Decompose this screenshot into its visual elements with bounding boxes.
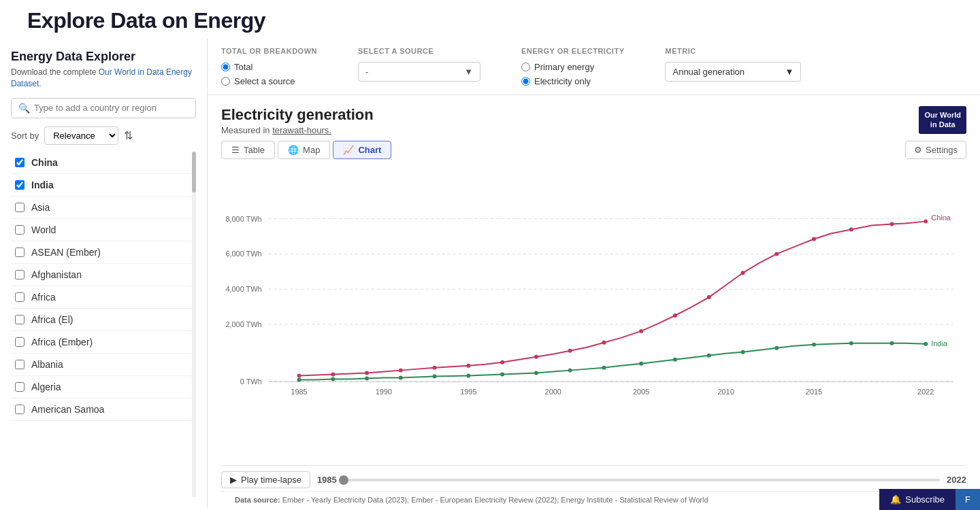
country-checkbox[interactable] xyxy=(15,292,24,302)
globe-icon: 🌐 xyxy=(288,145,299,155)
svg-point-49 xyxy=(639,362,643,366)
tab-table[interactable]: ☰ Table xyxy=(221,141,275,159)
metric-value: Annual generation xyxy=(672,67,745,77)
svg-point-48 xyxy=(602,366,606,370)
svg-text:4,000 TWh: 4,000 TWh xyxy=(225,285,261,293)
country-name: Asia xyxy=(31,202,50,213)
subscribe-button[interactable]: 🔔 Subscribe xyxy=(879,489,956,508)
svg-text:2000: 2000 xyxy=(545,388,561,396)
svg-point-23 xyxy=(433,366,437,370)
sort-select[interactable]: Relevance Alphabetical xyxy=(44,126,118,145)
search-input[interactable] xyxy=(34,103,189,113)
country-name: Afghanistan xyxy=(31,269,82,280)
country-item[interactable]: Africa xyxy=(11,286,196,309)
radio-total-input[interactable] xyxy=(221,63,230,71)
svg-point-41 xyxy=(365,377,369,381)
country-item[interactable]: China xyxy=(11,152,196,174)
metric-label: METRIC xyxy=(665,47,801,55)
svg-point-21 xyxy=(365,371,369,375)
play-button[interactable]: ▶ Play time-lapse xyxy=(221,471,310,488)
country-name: Africa (Ember) xyxy=(31,337,93,347)
country-checkbox[interactable] xyxy=(15,225,24,235)
country-item[interactable]: Asia xyxy=(11,197,196,219)
country-name: India xyxy=(31,180,54,190)
energy-electricity-group: ENERGY OR ELECTRICITY Primary energy Ele… xyxy=(521,47,624,86)
svg-text:1990: 1990 xyxy=(376,388,392,396)
country-name: World xyxy=(31,224,56,235)
svg-point-52 xyxy=(741,350,745,354)
country-item[interactable]: Albania xyxy=(11,354,196,376)
owid-logo: Our World in Data xyxy=(919,106,966,134)
svg-text:2,000 TWh: 2,000 TWh xyxy=(225,320,261,328)
country-checkbox[interactable] xyxy=(15,248,24,257)
radio-select-source[interactable]: Select a source xyxy=(221,76,317,86)
svg-text:1985: 1985 xyxy=(291,388,307,396)
svg-point-44 xyxy=(466,374,470,378)
end-year-label: 2022 xyxy=(947,475,966,485)
tab-map[interactable]: 🌐 Map xyxy=(278,141,330,159)
country-checkbox[interactable] xyxy=(15,337,24,347)
sort-label: Sort by xyxy=(11,131,39,141)
country-item[interactable]: World xyxy=(11,219,196,241)
metric-group: METRIC Annual generation ▼ xyxy=(665,47,801,82)
tab-chart[interactable]: 📈 Chart xyxy=(333,141,391,159)
bell-icon: 🔔 xyxy=(890,494,901,505)
svg-point-46 xyxy=(534,371,538,375)
chart-area: Electricity generation Measured in teraw… xyxy=(208,95,980,508)
source-dropdown[interactable]: - ▼ xyxy=(358,62,480,82)
country-checkbox[interactable] xyxy=(15,180,24,190)
search-box[interactable]: 🔍 xyxy=(11,98,196,118)
svg-point-25 xyxy=(500,360,504,364)
country-checkbox[interactable] xyxy=(15,360,24,369)
page-header: Explore Data on Energy xyxy=(0,0,980,39)
radio-select-source-input[interactable] xyxy=(221,77,230,86)
country-checkbox[interactable] xyxy=(15,405,24,414)
metric-dropdown[interactable]: Annual generation ▼ xyxy=(665,62,801,82)
chart-tabs: ☰ Table 🌐 Map 📈 Chart ⚙ Settings xyxy=(221,141,966,159)
country-name: Africa xyxy=(31,292,56,303)
country-checkbox[interactable] xyxy=(15,270,24,279)
svg-point-55 xyxy=(849,341,853,345)
svg-point-50 xyxy=(673,358,677,362)
main-layout: Energy Data Explorer Download the comple… xyxy=(0,39,980,508)
search-icon: 🔍 xyxy=(18,103,30,114)
svg-point-35 xyxy=(849,228,853,232)
svg-point-57 xyxy=(924,342,928,346)
tab-group: ☰ Table 🌐 Map 📈 Chart xyxy=(221,141,391,159)
radio-total[interactable]: Total xyxy=(221,62,317,72)
chat-button[interactable]: F xyxy=(956,489,980,508)
country-name: Albania xyxy=(31,359,63,370)
terawatt-hours-link[interactable]: terawatt-hours. xyxy=(272,125,331,135)
country-checkbox[interactable] xyxy=(15,382,24,392)
select-source-group: SELECT A SOURCE - ▼ xyxy=(358,47,480,82)
country-checkbox[interactable] xyxy=(15,203,24,212)
svg-point-32 xyxy=(741,271,745,275)
time-slider[interactable] xyxy=(344,479,940,481)
svg-point-20 xyxy=(331,373,335,377)
settings-button[interactable]: ⚙ Settings xyxy=(905,141,966,159)
chart-line-icon: 📈 xyxy=(343,145,354,155)
svg-point-51 xyxy=(707,354,711,358)
country-item[interactable]: Africa (El) xyxy=(11,309,196,331)
country-checkbox[interactable] xyxy=(15,158,24,167)
country-item[interactable]: Algeria xyxy=(11,376,196,398)
radio-primary-energy[interactable]: Primary energy xyxy=(521,62,624,72)
main-content: TOTAL OR BREAKDOWN Total Select a source… xyxy=(208,39,980,508)
radio-electricity-only-input[interactable] xyxy=(521,77,530,86)
slider-thumb[interactable] xyxy=(339,475,348,485)
radio-primary-energy-input[interactable] xyxy=(521,63,530,71)
country-item[interactable]: Afghanistan xyxy=(11,264,196,286)
data-source: Data source: Ember - Yearly Electricity … xyxy=(221,491,966,508)
country-name: Africa (El) xyxy=(31,314,73,325)
country-checkbox[interactable] xyxy=(15,315,24,324)
sort-direction-button[interactable]: ⇅ xyxy=(124,129,133,142)
sidebar-title: Energy Data Explorer xyxy=(11,50,196,64)
country-item[interactable]: American Samoa xyxy=(11,398,196,421)
country-item[interactable]: India xyxy=(11,174,196,197)
country-item[interactable]: Africa (Ember) xyxy=(11,331,196,354)
svg-text:1995: 1995 xyxy=(460,388,476,396)
country-item[interactable]: ASEAN (Ember) xyxy=(11,241,196,264)
radio-electricity-only[interactable]: Electricity only xyxy=(521,76,624,86)
svg-point-26 xyxy=(534,355,538,359)
controls-bar: TOTAL OR BREAKDOWN Total Select a source… xyxy=(208,39,980,95)
